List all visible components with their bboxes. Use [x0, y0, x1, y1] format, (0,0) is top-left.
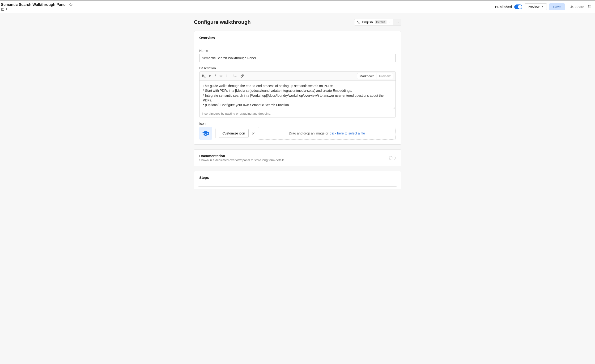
people-icon [570, 5, 574, 9]
bullet-list-icon[interactable] [226, 74, 230, 78]
svg-point-20 [227, 77, 227, 77]
customize-icon-button[interactable]: Customize icon [219, 129, 249, 138]
chevron-down-icon [388, 21, 391, 24]
icon-preview [199, 127, 212, 140]
link-icon[interactable] [240, 74, 244, 78]
svg-text:1: 1 [234, 75, 234, 76]
svg-point-16 [227, 75, 227, 76]
heading-icon[interactable]: H1 [202, 74, 206, 78]
building-row: 1 [1, 7, 73, 11]
steps-title: Steps [194, 171, 401, 182]
building-icon [1, 7, 5, 11]
published-toggle[interactable] [514, 5, 522, 9]
italic-icon[interactable]: I [215, 74, 216, 78]
tab-preview[interactable]: Preview [377, 73, 393, 79]
top-bar: Semantic Search Walkthrough Panel 1 Publ… [0, 0, 595, 13]
bold-icon[interactable]: B [209, 74, 211, 78]
star-icon[interactable] [69, 3, 73, 7]
documentation-toggle[interactable] [389, 156, 396, 160]
description-textarea[interactable] [199, 81, 396, 109]
language-name: English [362, 20, 373, 24]
or-text: or [252, 131, 255, 135]
top-bar-left: Semantic Search Walkthrough Panel 1 [1, 3, 73, 11]
divider [215, 129, 216, 138]
name-input[interactable] [199, 54, 396, 62]
play-icon [541, 5, 544, 8]
overview-panel: Overview Name Description H1 B I [194, 31, 401, 144]
svg-point-14 [397, 22, 397, 22]
svg-rect-1 [3, 9, 4, 10]
name-label: Name [199, 49, 396, 53]
editor-toolbar: H1 B I [199, 72, 396, 81]
icon-label: Icon [199, 122, 396, 125]
select-file-link[interactable]: click here to select a file [330, 131, 365, 135]
svg-point-6 [572, 6, 573, 7]
numbered-list-icon[interactable]: 1 2 [233, 74, 237, 78]
more-icon [395, 20, 399, 24]
svg-point-9 [588, 7, 589, 7]
svg-point-15 [398, 22, 398, 22]
overview-panel-header: Overview [194, 31, 401, 44]
code-icon[interactable] [219, 74, 223, 78]
tab-markdown[interactable]: Markdown [357, 73, 377, 79]
language-controls: English Default [354, 19, 401, 26]
top-bar-right: Published Preview Save Share [495, 3, 593, 10]
page-header: Configure walkthrough English Default [194, 19, 401, 26]
configure-heading: Configure walkthrough [194, 19, 251, 25]
page-title-text: Semantic Search Walkthrough Panel [1, 3, 67, 7]
documentation-subtitle: Shown in a dedicated overview panel to s… [199, 158, 284, 162]
outline-icon[interactable] [587, 4, 593, 10]
svg-point-18 [227, 76, 227, 76]
svg-text:2: 2 [234, 76, 234, 78]
building-count: 1 [6, 7, 7, 11]
svg-point-7 [588, 5, 589, 6]
svg-point-13 [396, 22, 396, 22]
editor-hint: Insert images by pasting or dragging and… [199, 110, 396, 117]
description-editor: H1 B I [199, 71, 396, 117]
language-selector[interactable]: English Default [354, 19, 393, 26]
icon-dropzone[interactable]: Drag and drop an image or click here to … [258, 127, 396, 140]
language-default-badge: Default [375, 20, 387, 24]
save-button[interactable]: Save [549, 3, 565, 10]
step-item-placeholder[interactable] [198, 182, 397, 187]
translate-icon [356, 20, 360, 24]
preview-button[interactable]: Preview [525, 3, 547, 10]
language-more-button[interactable] [393, 19, 401, 26]
description-label: Description [199, 66, 396, 70]
documentation-panel: Documentation Shown in a dedicated overv… [194, 149, 401, 166]
documentation-title: Documentation [199, 154, 284, 158]
svg-point-5 [571, 5, 572, 7]
graduation-cap-icon [202, 130, 209, 137]
divider [567, 4, 567, 9]
steps-panel: Steps [194, 171, 401, 189]
main-area: Configure walkthrough English Default [0, 13, 595, 203]
published-label: Published [495, 5, 512, 9]
share-button[interactable]: Share [570, 5, 584, 9]
svg-point-11 [588, 7, 589, 8]
